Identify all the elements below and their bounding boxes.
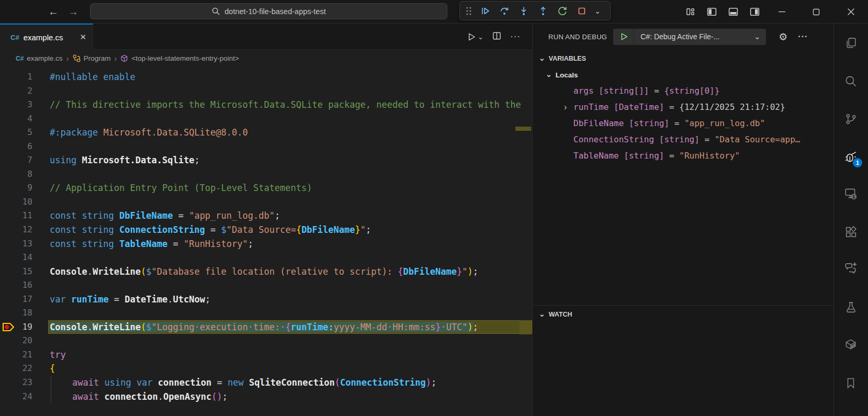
code-line-23[interactable]: 23await using var connection = new Sqlit… bbox=[0, 376, 532, 390]
launch-config-chevron-icon[interactable]: ⌄ bbox=[748, 32, 766, 41]
breadcrumb-item[interactable]: <top-level-statements-entry-point> bbox=[120, 54, 239, 62]
code-line-17[interactable]: 17var runTime = DateTime.UtcNow; bbox=[0, 293, 532, 307]
step-out-icon[interactable] bbox=[534, 3, 552, 19]
tab-example-cs[interactable]: C# example.cs ✕ bbox=[0, 24, 93, 50]
code-line-content[interactable]: try bbox=[48, 348, 532, 362]
code-line-18[interactable]: 18 bbox=[0, 306, 532, 320]
code-line-15[interactable]: 15Console.WriteLine($"Database file loca… bbox=[0, 265, 532, 279]
code-line-6[interactable]: 6 bbox=[0, 140, 532, 154]
gutter[interactable] bbox=[0, 112, 19, 126]
code-line-4[interactable]: 4 bbox=[0, 112, 532, 126]
code-line-10[interactable]: 10 bbox=[0, 195, 532, 209]
code-line-21[interactable]: 21try bbox=[0, 348, 532, 362]
code-line-content[interactable]: { bbox=[48, 362, 532, 376]
code-line-2[interactable]: 2 bbox=[0, 84, 532, 98]
code-line-content[interactable] bbox=[48, 306, 532, 320]
code-line-content[interactable] bbox=[48, 167, 532, 182]
variables-section-header[interactable]: ⌄ VARIABLES bbox=[533, 50, 833, 67]
gutter[interactable] bbox=[0, 362, 19, 376]
code-line-13[interactable]: 13const string TableName = "RunHistory"; bbox=[0, 237, 532, 251]
step-over-icon[interactable] bbox=[495, 3, 513, 19]
tab-close-icon[interactable]: ✕ bbox=[80, 32, 86, 42]
code-line-content[interactable]: // This directive imports the Microsoft.… bbox=[48, 98, 532, 112]
run-file-button[interactable]: ⌄ bbox=[466, 32, 483, 42]
code-line-content[interactable] bbox=[48, 112, 532, 126]
breakpoint-gutter[interactable] bbox=[0, 320, 19, 334]
gutter[interactable] bbox=[0, 209, 19, 223]
gutter[interactable] bbox=[0, 334, 19, 348]
launch-configuration-dropdown[interactable]: C#: Debug Active File-... ⌄ bbox=[613, 29, 766, 45]
customize-layout-icon[interactable] bbox=[684, 6, 696, 18]
forward-icon[interactable]: → bbox=[66, 4, 81, 19]
gutter[interactable] bbox=[0, 140, 19, 154]
gutter[interactable] bbox=[0, 348, 19, 362]
code-line-22[interactable]: 22{ bbox=[0, 362, 532, 376]
source-control-icon[interactable] bbox=[842, 110, 859, 127]
current-line-breakpoint-icon[interactable] bbox=[2, 321, 16, 333]
chevron-right-icon[interactable]: › bbox=[564, 99, 573, 115]
variable-row-TableName[interactable]: TableName [string] = "RunHistory" bbox=[533, 148, 833, 164]
command-center[interactable]: dotnet-10-file-based-apps-test bbox=[90, 3, 447, 19]
variable-row-ConnectionString[interactable]: ConnectionString [string] = "Data Source… bbox=[533, 131, 833, 148]
gutter[interactable] bbox=[0, 237, 19, 251]
code-line-content[interactable] bbox=[48, 334, 532, 348]
restart-icon[interactable] bbox=[553, 3, 571, 19]
code-line-20[interactable]: 20 bbox=[0, 334, 532, 348]
chat-icon[interactable] bbox=[842, 260, 859, 276]
code-line-12[interactable]: 12const string ConnectionString = $"Data… bbox=[0, 223, 532, 237]
gutter[interactable] bbox=[0, 251, 19, 265]
step-into-icon[interactable] bbox=[514, 3, 533, 19]
gutter[interactable] bbox=[0, 126, 19, 140]
code-line-content[interactable]: #:package Microsoft.Data.SQLite@8.0.0 bbox=[48, 126, 532, 140]
code-line-7[interactable]: 7using Microsoft.Data.Sqlite; bbox=[0, 153, 532, 167]
back-icon[interactable]: ← bbox=[46, 4, 61, 19]
gutter[interactable] bbox=[0, 223, 19, 237]
code-line-9[interactable]: 9// Application Entry Point (Top-Level S… bbox=[0, 181, 532, 195]
debug-settings-gear-icon[interactable]: ⚙ bbox=[779, 31, 787, 43]
drag-handle-icon[interactable] bbox=[463, 3, 475, 19]
code-line-content[interactable]: // Application Entry Point (Top-Level St… bbox=[48, 181, 532, 195]
minimize-button[interactable] bbox=[764, 0, 799, 24]
code-line-content[interactable]: const string TableName = "RunHistory"; bbox=[48, 237, 532, 251]
explorer-icon[interactable] bbox=[842, 35, 859, 51]
code-editor[interactable]: 1#nullable enable23// This directive imp… bbox=[0, 67, 532, 416]
code-line-content[interactable]: var runTime = DateTime.UtcNow; bbox=[48, 293, 532, 307]
gutter[interactable] bbox=[0, 390, 19, 404]
testing-flask-icon[interactable] bbox=[842, 299, 859, 316]
code-line-content[interactable]: await using var connection = new SqliteC… bbox=[48, 376, 532, 390]
code-line-8[interactable]: 8 bbox=[0, 167, 532, 182]
gutter[interactable] bbox=[0, 306, 19, 320]
panel-more-actions-icon[interactable]: ··· bbox=[798, 32, 808, 41]
search-icon[interactable] bbox=[842, 73, 859, 89]
bookmarks-icon[interactable] bbox=[842, 375, 859, 391]
split-editor-button[interactable] bbox=[492, 31, 502, 43]
run-dropdown-icon[interactable]: ⌄ bbox=[478, 33, 483, 41]
variable-row-DbFileName[interactable]: DbFileName [string] = "app_run_log.db" bbox=[533, 115, 833, 131]
code-line-content[interactable]: using Microsoft.Data.Sqlite; bbox=[48, 153, 532, 167]
code-line-16[interactable]: 16 bbox=[0, 278, 532, 293]
code-line-content[interactable]: const string DbFileName = "app_run_log.d… bbox=[48, 209, 532, 223]
gutter[interactable] bbox=[0, 98, 19, 112]
watch-section-header[interactable]: ⌄ WATCH bbox=[533, 306, 833, 323]
gutter[interactable] bbox=[0, 376, 19, 390]
locals-scope-row[interactable]: ⌄ Locals bbox=[533, 67, 833, 83]
code-line-content[interactable] bbox=[48, 84, 532, 98]
gutter[interactable] bbox=[0, 84, 19, 98]
remote-explorer-icon[interactable] bbox=[842, 185, 859, 202]
breadcrumb[interactable]: C#example.cs›Program›<top-level-statemen… bbox=[0, 50, 532, 67]
gutter[interactable] bbox=[0, 278, 19, 293]
breadcrumb-item[interactable]: C#example.cs bbox=[16, 54, 63, 62]
editor-more-actions-icon[interactable]: ··· bbox=[510, 31, 521, 42]
code-line-14[interactable]: 14 bbox=[0, 251, 532, 265]
gutter[interactable] bbox=[0, 70, 19, 84]
continue-icon[interactable] bbox=[476, 3, 494, 19]
code-line-content[interactable]: #nullable enable bbox=[48, 70, 532, 84]
toggle-primary-sidebar-icon[interactable] bbox=[705, 6, 718, 18]
code-line-3[interactable]: 3// This directive imports the Microsoft… bbox=[0, 98, 532, 112]
code-line-24[interactable]: 24await connection.OpenAsync(); bbox=[0, 390, 532, 404]
code-line-11[interactable]: 11const string DbFileName = "app_run_log… bbox=[0, 209, 532, 223]
code-line-content[interactable] bbox=[48, 195, 532, 209]
gutter[interactable] bbox=[0, 195, 19, 209]
code-line-5[interactable]: 5#:package Microsoft.Data.SQLite@8.0.0 bbox=[0, 126, 532, 140]
variable-row-runTime[interactable]: ›runTime [DateTime] = {12/11/2025 21:17:… bbox=[533, 99, 833, 115]
